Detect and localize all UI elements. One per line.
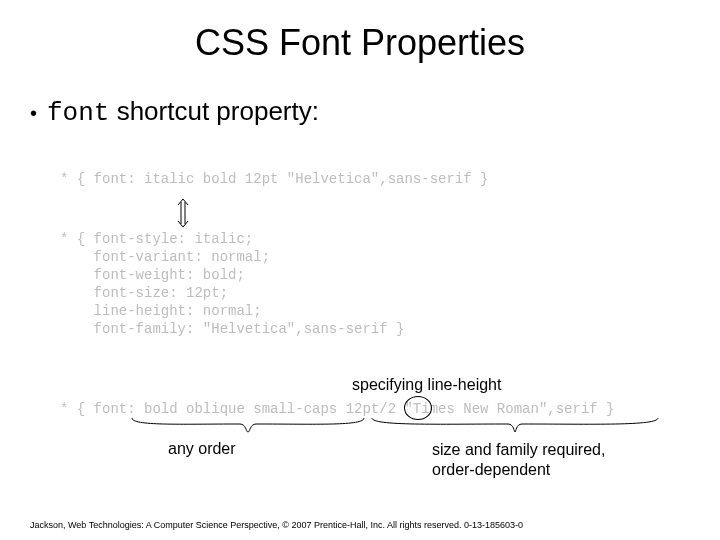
annotation-required-1: size and family required, — [432, 440, 605, 460]
annotation-lineheight: specifying line-height — [352, 376, 501, 394]
brace-required-icon — [370, 416, 660, 436]
code-long-3: font-weight: bold; — [60, 266, 660, 284]
bullet-code: font — [47, 98, 109, 128]
bullet-item: • font shortcut property: — [30, 96, 720, 128]
code-long-1: * { font-style: italic; — [60, 230, 660, 248]
annotation-anyorder: any order — [168, 440, 236, 458]
code-long-4: font-size: 12pt; — [60, 284, 660, 302]
code-block-short-long: * { font: italic bold 12pt "Helvetica",s… — [60, 170, 660, 338]
brace-anyorder-icon — [130, 416, 366, 436]
code-short: * { font: italic bold 12pt "Helvetica",s… — [60, 170, 660, 188]
slide: CSS Font Properties • font shortcut prop… — [0, 0, 720, 540]
footer-citation: Jackson, Web Technologies: A Computer Sc… — [30, 520, 523, 530]
annotation-required: size and family required, order-dependen… — [432, 440, 605, 480]
code-long-2: font-variant: normal; — [60, 248, 660, 266]
bullet-text: shortcut property: — [109, 96, 319, 126]
code-long-6: font-family: "Helvetica",sans-serif } — [60, 320, 660, 338]
code-long-5: line-height: normal; — [60, 302, 660, 320]
page-title: CSS Font Properties — [0, 0, 720, 64]
annotation-required-2: order-dependent — [432, 460, 605, 480]
updown-arrow-icon — [176, 198, 190, 228]
bullet-dot: • — [30, 100, 37, 126]
